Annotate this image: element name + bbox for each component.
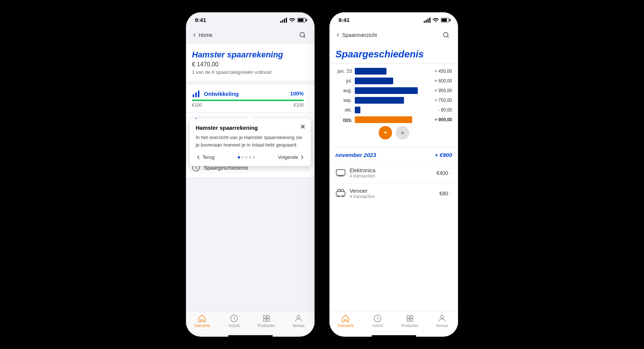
- tooltip-back-button[interactable]: Terug: [196, 154, 215, 160]
- tooltip-close-button[interactable]: ✕: [299, 123, 306, 131]
- chart-value-sep: + 750,00: [428, 98, 452, 103]
- transaction-item-elektronica[interactable]: Elektronica 4 transacties €400 ›: [329, 163, 458, 183]
- home-indicator-1: [228, 335, 273, 337]
- chart-value-nov: + 900,00: [428, 117, 452, 122]
- status-bar-1: 9:41: [186, 12, 315, 26]
- tooltip-caret: [247, 116, 253, 119]
- svg-rect-1: [193, 94, 194, 97]
- tooltip-text: In het overzicht van je Hamster spaarrek…: [196, 134, 305, 148]
- svg-rect-12: [336, 170, 345, 175]
- svg-rect-2: [195, 92, 197, 97]
- svg-rect-8: [263, 319, 266, 321]
- svg-rect-17: [407, 315, 410, 318]
- nav-item-overzicht-1[interactable]: Overzicht: [186, 314, 218, 328]
- back-button-1[interactable]: Home: [192, 32, 212, 38]
- transaction-item-vervoer[interactable]: Vervoer 4 transacties €80 ›: [329, 183, 458, 204]
- progress-fill-ontwikkeling: [192, 100, 304, 101]
- dot-4: [249, 156, 251, 158]
- transaction-left-vervoer: Vervoer 4 transacties: [335, 188, 375, 199]
- transport-icon: [335, 188, 346, 198]
- nav-item-producten-2[interactable]: Producten: [394, 314, 426, 328]
- transaction-info-vervoer: Vervoer 4 transacties: [350, 188, 375, 199]
- chart-bar-sep: [355, 97, 404, 104]
- back-button-2[interactable]: Spaaroverzicht: [335, 32, 377, 38]
- transaction-name-elektronica: Elektronica: [350, 167, 375, 173]
- tooltip-title: Hamster spaarrekening: [196, 125, 305, 131]
- svg-rect-18: [410, 315, 413, 318]
- chart-bar-jul: [355, 78, 393, 84]
- bottom-nav-1: Overzicht Inzicht Producten Service: [186, 311, 315, 334]
- chevron-icon-ontwikkeling: ›: [307, 95, 309, 102]
- chart-bar-container-aug: [355, 87, 425, 94]
- transaction-right-vervoer: €80 ›: [439, 191, 452, 196]
- home-icon-2: [341, 314, 350, 323]
- tooltip-overlay: ✕ Hamster spaarrekening In het overzicht…: [190, 119, 311, 166]
- development-icon: [192, 89, 201, 98]
- products-icon-1: [262, 314, 271, 323]
- nav-bar-1: Home: [186, 26, 315, 44]
- chart-nav-up-button[interactable]: [379, 126, 392, 139]
- svg-rect-20: [410, 319, 413, 321]
- status-icons-2: [424, 17, 449, 23]
- chart-label-nov: nov.: [335, 117, 352, 122]
- chart-row-aug: aug. + 950,00: [335, 87, 452, 94]
- category-pct-ontwikkeling: 100%: [290, 91, 304, 97]
- chart-label-okt: okt.: [335, 107, 352, 113]
- nav-item-inzicht-1[interactable]: Inzicht: [218, 314, 250, 328]
- category-name-row-1: Ontwikkeling: [192, 89, 239, 98]
- screen1-main: Hamster spaarrekening € 1470,00 1 van de…: [186, 44, 315, 311]
- search-button-2[interactable]: [440, 29, 452, 41]
- chart-label-jun: jun. '23: [335, 69, 352, 74]
- chart-bar-nov: [355, 116, 412, 123]
- transaction-left-elektronica: Elektronica 4 transacties: [335, 167, 375, 179]
- tooltip-footer: Terug Volgende: [196, 154, 305, 160]
- category-item-ontwikkeling[interactable]: Ontwikkeling 100% €100 €100 ›: [186, 85, 315, 112]
- bottom-nav-2: Overzicht Inzicht Producten Service: [329, 311, 458, 334]
- tooltip-next-label: Volgende: [278, 154, 298, 160]
- home-indicator-2: [372, 335, 416, 337]
- battery-icon-2: [441, 18, 449, 22]
- amount-current-ontwikkeling: €100: [192, 103, 202, 108]
- tooltip-dots: [238, 156, 255, 158]
- chart-label-aug: aug.: [335, 88, 352, 93]
- account-title-1: Hamster spaarrekening: [192, 50, 309, 60]
- transaction-right-elektronica: €400 ›: [436, 170, 452, 176]
- chart-label-jul: jul.: [335, 78, 352, 84]
- chart-label-sep: sep.: [335, 98, 352, 103]
- account-subtitle-1: 1 van de 8 spaarcategorieën voltooid: [192, 69, 309, 75]
- wifi-icon-2: [433, 17, 439, 23]
- chart-bar-container-sep: [355, 97, 425, 104]
- nav-item-inzicht-2[interactable]: Inzicht: [362, 314, 394, 328]
- nav-back-label-2: Spaaroverzicht: [342, 32, 377, 38]
- chart-value-okt: - 80,00: [428, 107, 452, 113]
- chart-section: jun. '23 + 450,00 jul. + 600,00 aug.: [329, 63, 458, 147]
- service-icon-1: [294, 314, 303, 323]
- nav-label-service-1: Service: [292, 324, 304, 328]
- nav-item-service-2[interactable]: Service: [426, 314, 458, 328]
- svg-rect-9: [267, 319, 269, 321]
- transaction-count-vervoer: 4 transacties: [350, 194, 375, 199]
- nav-back-label-1: Home: [199, 32, 212, 38]
- nav-item-overzicht-2[interactable]: Overzicht: [329, 314, 362, 328]
- svg-point-21: [441, 315, 443, 318]
- chevron-icon-vervoer: ›: [450, 191, 452, 196]
- svg-point-15: [342, 195, 344, 197]
- chart-nav-down-button[interactable]: [396, 126, 409, 139]
- chart-bar-container-okt: [355, 107, 425, 113]
- category-name-ontwikkeling: Ontwikkeling: [204, 91, 239, 97]
- status-bar-2: 9:41: [329, 12, 458, 26]
- tooltip-next-button[interactable]: Volgende: [278, 154, 305, 160]
- category-amounts-ontwikkeling: €100 €100: [192, 103, 304, 108]
- service-icon-2: [438, 314, 446, 323]
- category-left-ontwikkeling: Ontwikkeling 100% €100 €100: [192, 89, 304, 108]
- insight-icon-2: [373, 314, 382, 323]
- signal-icon-2: [424, 18, 430, 23]
- account-card-1: Hamster spaarrekening € 1470,00 1 van de…: [186, 44, 315, 81]
- chart-nav: [335, 126, 452, 142]
- nav-item-producten-1[interactable]: Producten: [250, 314, 282, 328]
- chart-value-jul: + 600,00: [428, 78, 452, 84]
- transaction-count-elektronica: 4 transacties: [350, 173, 375, 179]
- status-time-1: 9:41: [195, 17, 206, 23]
- nav-item-service-1[interactable]: Service: [282, 314, 315, 328]
- search-button-1[interactable]: [297, 29, 309, 41]
